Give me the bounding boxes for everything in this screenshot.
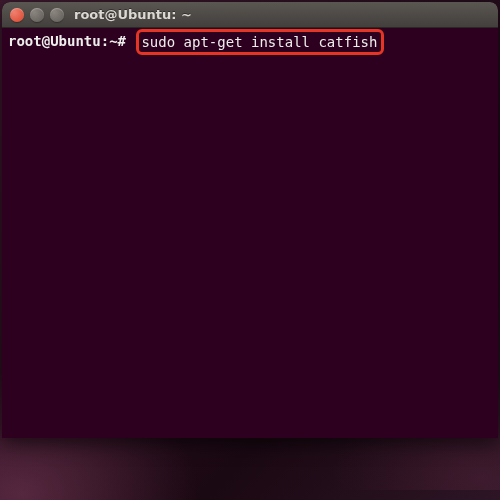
titlebar[interactable]: root@Ubuntu: ~ (2, 2, 498, 28)
shell-prompt: root@Ubuntu:~# (8, 32, 134, 50)
close-icon[interactable] (10, 8, 24, 22)
window-controls (10, 8, 64, 22)
prompt-line: root@Ubuntu:~# sudo apt-get install catf… (8, 32, 492, 58)
command-highlight: sudo apt-get install catfish (136, 29, 384, 55)
terminal-window: root@Ubuntu: ~ root@Ubuntu:~# sudo apt-g… (2, 2, 498, 438)
window-title: root@Ubuntu: ~ (74, 7, 192, 22)
maximize-icon[interactable] (50, 8, 64, 22)
minimize-icon[interactable] (30, 8, 44, 22)
shell-command: sudo apt-get install catfish (141, 34, 377, 50)
terminal-body[interactable]: root@Ubuntu:~# sudo apt-get install catf… (2, 28, 498, 438)
